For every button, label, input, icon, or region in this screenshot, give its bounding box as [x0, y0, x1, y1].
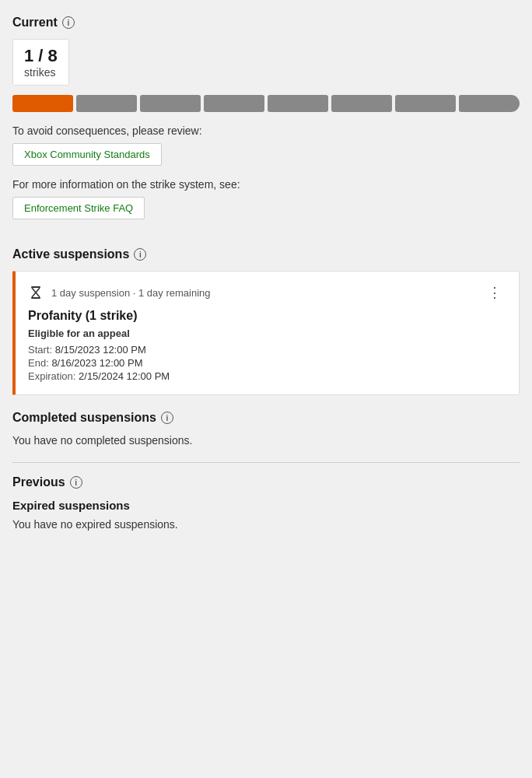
hourglass-icon	[28, 285, 44, 300]
current-info-icon[interactable]: i	[62, 16, 75, 29]
completed-suspensions-section: Completed suspensions i You have no comp…	[12, 408, 520, 447]
suspension-duration: 1 day suspension · 1 day remaining	[51, 287, 211, 299]
start-date-row: Start: 8/15/2023 12:00 PM	[28, 344, 506, 356]
strike-segment-8	[459, 95, 520, 112]
strikes-box: 1 / 8 strikes	[12, 39, 69, 86]
enforcement-faq-link[interactable]: Enforcement Strike FAQ	[12, 197, 145, 219]
expiration-date-row: Expiration: 2/15/2024 12:00 PM	[28, 370, 506, 382]
svg-rect-0	[31, 286, 40, 288]
strike-segment-2	[76, 95, 137, 112]
previous-section: Previous i Expired suspensions You have …	[12, 475, 520, 531]
suspension-card: 1 day suspension · 1 day remaining ⋮ Pro…	[12, 271, 520, 395]
review-text: To avoid consequences, please review:	[12, 124, 520, 137]
suspension-title: Profanity (1 strike)	[28, 309, 506, 323]
strikes-fraction: 1 / 8	[24, 46, 58, 66]
completed-suspensions-title: Completed suspensions i	[12, 411, 520, 425]
start-value: 8/15/2023 12:00 PM	[55, 344, 146, 356]
strike-segment-7	[395, 95, 456, 112]
strike-segment-4	[204, 95, 264, 112]
end-label: End:	[28, 357, 49, 369]
strikes-label: strikes	[24, 66, 58, 79]
previous-title-text: Previous	[12, 475, 65, 489]
current-title-text: Current	[12, 16, 58, 30]
strike-segment-3	[140, 95, 201, 112]
active-suspensions-info-icon[interactable]: i	[134, 248, 146, 261]
previous-info-icon[interactable]: i	[70, 476, 82, 489]
active-suspensions-title-text: Active suspensions	[12, 247, 129, 261]
expiration-label: Expiration:	[28, 370, 75, 382]
card-header-left: 1 day suspension · 1 day remaining	[28, 285, 211, 300]
no-expired-text: You have no expired suspensions.	[12, 518, 520, 531]
community-standards-link[interactable]: Xbox Community Standards	[12, 143, 162, 166]
current-section-title: Current i	[12, 16, 520, 30]
card-header: 1 day suspension · 1 day remaining ⋮	[28, 282, 506, 303]
no-completed-text: You have no completed suspensions.	[12, 434, 520, 447]
more-options-icon[interactable]: ⋮	[483, 282, 506, 303]
previous-section-title: Previous i	[12, 475, 520, 489]
strike-segment-1	[12, 95, 73, 112]
strike-segment-6	[331, 95, 392, 112]
end-date-row: End: 8/16/2023 12:00 PM	[28, 357, 506, 369]
active-suspensions-section: Active suspensions i 1 day suspension · …	[12, 247, 520, 395]
appeal-text: Eligible for an appeal	[28, 328, 506, 339]
end-value: 8/16/2023 12:00 PM	[51, 357, 142, 369]
active-suspensions-title: Active suspensions i	[12, 247, 520, 261]
completed-suspensions-info-icon[interactable]: i	[161, 412, 173, 424]
expiration-value: 2/15/2024 12:00 PM	[79, 370, 170, 382]
strike-segment-5	[268, 95, 328, 112]
page-container: Current i 1 / 8 strikes To avoid consequ…	[0, 0, 532, 546]
section-divider	[12, 462, 520, 463]
completed-suspensions-title-text: Completed suspensions	[12, 411, 156, 425]
strike-bar	[12, 95, 520, 112]
start-label: Start:	[28, 344, 52, 356]
expired-suspensions-title: Expired suspensions	[12, 499, 520, 512]
svg-rect-1	[31, 297, 40, 299]
current-section: Current i 1 / 8 strikes To avoid consequ…	[12, 16, 520, 232]
faq-text: For more information on the strike syste…	[12, 178, 520, 191]
